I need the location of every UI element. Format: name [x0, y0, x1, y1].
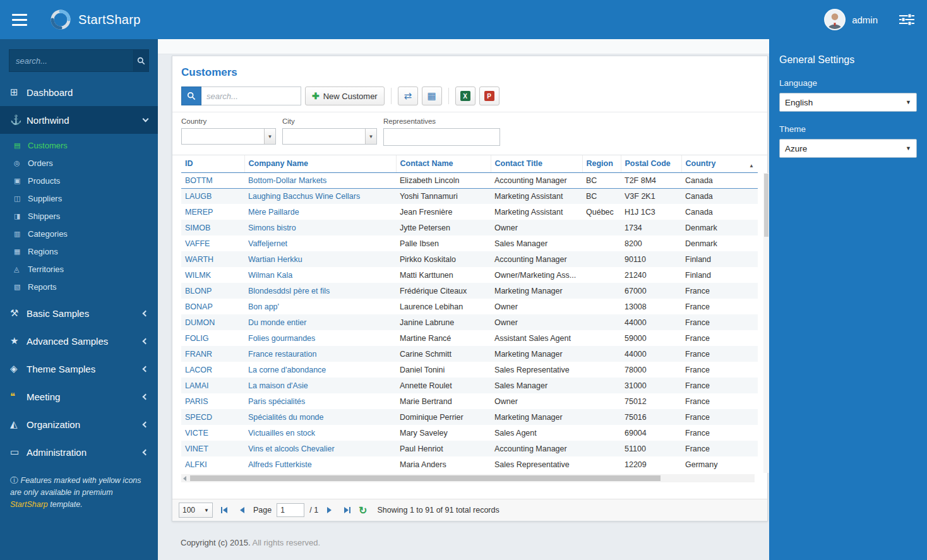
sidebar-search — [9, 49, 149, 72]
avatar — [824, 9, 846, 30]
chevron-down-icon: ▼ — [365, 129, 376, 144]
quick-search-button[interactable] — [181, 86, 201, 105]
table-row[interactable]: LAUGB Laughing Bacchus Wine Cellars Yosh… — [181, 188, 758, 204]
table-row[interactable]: LACOR La corne d'abondance Daniel Tonini… — [181, 362, 758, 378]
col-header-contact-name[interactable]: Contact Name — [396, 155, 491, 172]
sidebar-item-reports[interactable]: ▧ Reports — [0, 278, 158, 295]
settings-panel: General Settings Language English ▼ Them… — [769, 39, 927, 560]
book-icon: ▦ — [14, 247, 28, 256]
sidebar-item-customers[interactable]: ▤ Customers — [0, 136, 158, 154]
chevron-left-icon — [143, 393, 149, 400]
sort-asc-icon: ▲ — [749, 163, 754, 169]
page-size-select[interactable]: 100 ▼ — [179, 503, 213, 518]
table-row[interactable]: ALFKI Alfreds Futterkiste Maria Anders S… — [181, 456, 758, 472]
table-row[interactable]: BONAP Bon app' Laurence Lebihan Owner 13… — [181, 299, 758, 314]
settings-sliders-icon[interactable] — [899, 14, 914, 25]
export-excel-button[interactable]: X — [455, 86, 475, 105]
col-header-company-name[interactable]: Company Name — [244, 155, 396, 172]
star-icon: ★ — [10, 335, 27, 347]
hamburger-menu-icon[interactable] — [0, 0, 39, 39]
sidebar-item-categories[interactable]: ▥ Categories — [0, 225, 158, 242]
brand[interactable]: StartSharp — [49, 8, 141, 31]
horizontal-scroll-thumb[interactable] — [190, 475, 661, 481]
sidebar-item-administration[interactable]: ▭ Administration — [0, 438, 158, 466]
sidebar-item-regions[interactable]: ▦ Regions — [0, 242, 158, 260]
table-row[interactable]: BOTTM Bottom-Dollar Markets Elizabeth Li… — [181, 172, 758, 188]
sidebar-search-button[interactable] — [134, 49, 149, 72]
pager-status: Showing 1 to 91 of 91 total records — [378, 506, 499, 515]
sidebar-item-label: Northwind — [27, 115, 69, 126]
table-row[interactable]: VAFFE Vaffeljernet Palle Ibsen Sales Man… — [181, 235, 758, 251]
chevron-down-icon: ▼ — [264, 129, 275, 144]
sidebar-item-dashboard[interactable]: ⊞ Dashboard — [0, 78, 158, 106]
sidebar-item-shippers[interactable]: ◨ Shippers — [0, 207, 158, 225]
quick-search-input[interactable] — [201, 86, 301, 105]
sync-icon: ⇄ — [404, 90, 412, 102]
table-row[interactable]: DUMON Du monde entier Janine Labrune Own… — [181, 314, 758, 330]
table-row[interactable]: FOLIG Folies gourmandes Martine Rancé As… — [181, 330, 758, 346]
page-number-input[interactable] — [277, 503, 304, 517]
sync-button[interactable]: ⇄ — [398, 86, 418, 105]
table-row[interactable]: PARIS Paris spécialités Marie Bertrand O… — [181, 393, 758, 409]
chevron-left-icon — [143, 366, 149, 372]
search-icon — [187, 92, 196, 100]
city-filter-select[interactable]: ▼ — [282, 128, 377, 145]
cart-icon: ◎ — [14, 159, 28, 167]
vertical-scroll-thumb[interactable] — [764, 174, 769, 237]
table-row[interactable]: FRANR France restauration Carine Schmitt… — [181, 346, 758, 362]
col-header-region[interactable]: Region — [582, 155, 621, 172]
country-filter-select[interactable]: ▼ — [181, 128, 276, 145]
table-row[interactable]: LAMAI La maison d'Asie Annette Roulet Sa… — [181, 378, 758, 393]
grid-edit-icon: ▦ — [428, 90, 436, 102]
sidebar-item-theme-samples[interactable]: ◈ Theme Samples — [0, 355, 158, 383]
representatives-filter-input[interactable] — [383, 128, 500, 146]
sidebar-item-meeting[interactable]: ❝ Meeting — [0, 383, 158, 410]
refresh-icon[interactable]: ↻ — [359, 504, 367, 516]
export-pdf-button[interactable]: P — [479, 86, 499, 105]
scroll-left-arrow-icon[interactable] — [183, 476, 186, 481]
sidebar-item-suppliers[interactable]: ◫ Suppliers — [0, 189, 158, 207]
col-header-postal-code[interactable]: Postal Code — [621, 155, 681, 172]
sidebar-item-advanced-samples[interactable]: ★ Advanced Samples — [0, 327, 158, 355]
theme-select[interactable]: Azure ▼ — [779, 139, 917, 158]
user-menu[interactable]: admin — [824, 9, 878, 30]
sidebar-item-territories[interactable]: ◬ Territories — [0, 260, 158, 278]
table-row[interactable]: WARTH Wartian Herkku Pirkko Koskitalo Ac… — [181, 251, 758, 267]
col-header-id[interactable]: ID — [181, 155, 244, 172]
table-row[interactable]: SPECD Spécialités du monde Dominique Per… — [181, 409, 758, 425]
table-row[interactable]: VINET Vins et alcools Chevalier Paul Hen… — [181, 441, 758, 456]
sidebar-sections: ⚒ Basic Samples ★ Advanced Samples ◈ The… — [0, 299, 158, 466]
chevron-down-icon: ▼ — [906, 99, 911, 105]
toolbar-separator — [448, 88, 449, 104]
pager: 100 ▼ Page / 1 ↻ Showing — [172, 499, 767, 521]
table-row[interactable]: WILMK Wilman Kala Matti Karttunen Owner/… — [181, 267, 758, 283]
grid-edit-button[interactable]: ▦ — [422, 86, 442, 105]
previous-page-button[interactable] — [236, 504, 248, 516]
table-row[interactable]: SIMOB Simons bistro Jytte Petersen Owner… — [181, 220, 758, 235]
page-total: / 1 — [309, 506, 318, 515]
table-row[interactable]: MEREP Mère Paillarde Jean Fresnière Mark… — [181, 204, 758, 220]
new-customer-button[interactable]: ✚ New Customer — [305, 86, 385, 105]
language-label: Language — [779, 78, 917, 88]
vertical-scrollbar[interactable] — [763, 173, 769, 473]
last-page-button[interactable] — [341, 504, 354, 516]
sidebar-item-basic-samples[interactable]: ⚒ Basic Samples — [0, 299, 158, 327]
table-row[interactable]: VICTE Victuailles en stock Mary Saveley … — [181, 425, 758, 441]
grid-body: BOTTM Bottom-Dollar Markets Elizabeth Li… — [181, 172, 758, 472]
next-page-button[interactable] — [323, 504, 336, 516]
sidebar-search-input[interactable] — [9, 49, 134, 72]
col-header-contact-title[interactable]: Contact Title — [491, 155, 582, 172]
truck-icon: ◨ — [14, 212, 28, 220]
horizontal-scrollbar[interactable] — [181, 474, 755, 482]
sidebar-item-products[interactable]: ▣ Products — [0, 172, 158, 189]
sidebar-item-orders[interactable]: ◎ Orders — [0, 154, 158, 172]
table-row[interactable]: BLONP Blondesddsl père et fils Frédériqu… — [181, 283, 758, 299]
brand-name: StartSharp — [78, 13, 141, 27]
sidebar-item-northwind[interactable]: ⚓ Northwind — [0, 106, 158, 134]
first-page-button[interactable] — [218, 504, 230, 516]
language-select[interactable]: English ▼ — [779, 93, 917, 112]
folder-icon: ▥ — [14, 230, 28, 238]
sidebar-item-organization[interactable]: ◭ Organization — [0, 410, 158, 438]
customers-grid: ID Company Name Contact Name Contact Tit… — [181, 155, 763, 472]
col-header-country[interactable]: Country▲ — [681, 155, 758, 172]
